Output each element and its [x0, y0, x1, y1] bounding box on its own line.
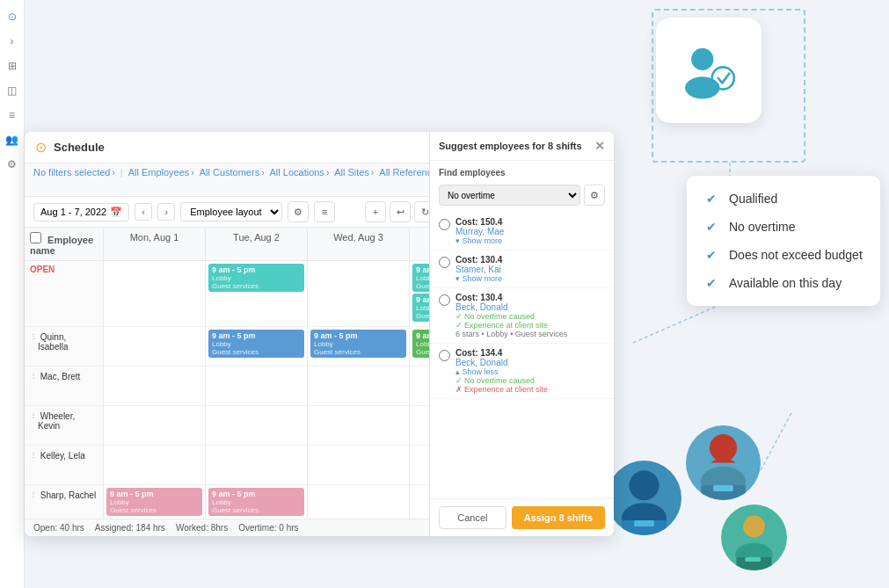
employee-cost-3: Cost: 130.4: [455, 293, 605, 302]
shift-block[interactable]: 9 am - 5 pm Lobby Guest services: [208, 330, 304, 358]
employee-tag-experience-3: ✓ Experience at client site: [455, 321, 605, 330]
shift-block[interactable]: 9 am - 5 pm Lobby Guest services: [208, 264, 304, 292]
cell-wheeler-wed[interactable]: [308, 406, 410, 445]
svg-rect-17: [746, 557, 761, 562]
svg-point-10: [710, 434, 737, 461]
employee-name-3[interactable]: Beck, Donald: [455, 302, 605, 312]
employee-name-4[interactable]: Beck, Donald: [455, 358, 605, 367]
employee-tag-experience-bad-4: ✗ Experience at client site: [455, 385, 605, 394]
layout-select[interactable]: Employee layout: [180, 202, 282, 221]
check-icon-available: ✔: [703, 274, 720, 292]
cell-sharp-mon[interactable]: 9 am - 5 pm Lobby Guest services: [104, 485, 206, 519]
employee-info-2: Cost: 130.4 Stamer, Kai ▾ Show more: [455, 255, 605, 283]
prev-week-button[interactable]: ‹: [135, 203, 152, 221]
cell-quinn-tue[interactable]: 9 am - 5 pm Lobby Guest services: [206, 327, 308, 366]
row-label-kelley: ⋮ Kelley, Lela: [25, 446, 104, 484]
three-dots[interactable]: ⋮: [30, 372, 38, 380]
three-dots[interactable]: ⋮: [30, 490, 38, 498]
status-assigned: Assigned: 184 hrs: [95, 523, 165, 533]
filter-all-locations[interactable]: All Locations: [270, 167, 330, 178]
show-less-4[interactable]: ▴ Show less: [455, 367, 605, 376]
filter-no-filters[interactable]: No filters selected: [33, 167, 115, 178]
cell-mac-tue[interactable]: [206, 367, 308, 405]
cell-kelley-wed[interactable]: [308, 446, 410, 484]
check-icon-qualified: ✔: [703, 190, 720, 207]
three-dots[interactable]: ⋮: [30, 451, 38, 459]
nav-icon-calendar[interactable]: ◫: [3, 81, 22, 100]
cell-mac-wed[interactable]: [308, 367, 410, 405]
cancel-button[interactable]: Cancel: [439, 506, 506, 529]
cell-kelley-tue[interactable]: [206, 446, 308, 484]
assign-button[interactable]: Assign 8 shifts: [512, 506, 605, 529]
date-range-display: Aug 1 - 7, 2022 📅: [33, 203, 129, 221]
row-label-quinn: ⋮ Quinn, Isabella: [25, 327, 104, 366]
next-week-button[interactable]: ›: [157, 203, 175, 221]
calendar-icon[interactable]: 📅: [110, 207, 122, 218]
row-label-mac: ⋮ Mac, Brett: [25, 367, 104, 405]
nav-icon-home[interactable]: ⊙: [3, 7, 22, 26]
cell-wheeler-tue[interactable]: [206, 406, 308, 445]
filter-all-sites[interactable]: All Sites: [334, 167, 374, 178]
shift-block[interactable]: 9 am - 5 pm Lobby Guest services: [106, 488, 202, 516]
status-worked: Worked: 8hrs: [176, 523, 228, 533]
cell-quinn-mon[interactable]: [104, 327, 206, 366]
cell-sharp-wed[interactable]: [308, 485, 410, 519]
status-overtime: Overtime: 0 hrs: [238, 523, 298, 533]
header-employee-name: Employee name: [25, 228, 104, 260]
nav-icon-settings[interactable]: ⚙: [3, 155, 22, 174]
employee-suggestions-list: Cost: 150.4 Murray, Mae ▾ Show more Cost…: [430, 209, 614, 498]
check-icon-budget: ✔: [703, 246, 720, 264]
list-item: Cost: 134.4 Beck, Donald ▴ Show less ✓ N…: [430, 344, 614, 399]
svg-line-5: [761, 413, 791, 470]
employee-radio-2[interactable]: [439, 257, 450, 268]
employee-tag-no-overtime-4: ✓ No overtime caused: [455, 376, 605, 385]
settings-button[interactable]: ⚙: [288, 201, 309, 222]
cell-wheeler-mon[interactable]: [104, 406, 206, 445]
list-item: Cost: 130.4 Beck, Donald ✓ No overtime c…: [430, 288, 614, 344]
shift-block[interactable]: 9 am - 5 pm Lobby Guest services: [310, 330, 406, 358]
header-wed: Wed, Aug 3: [308, 228, 410, 260]
status-open: Open: 40 hrs: [33, 523, 84, 533]
cell-open-tue[interactable]: 9 am - 5 pm Lobby Guest services: [206, 261, 308, 326]
nav-icon-list[interactable]: ≡: [3, 105, 22, 125]
suggest-panel-close-button[interactable]: ✕: [594, 139, 605, 153]
employee-radio-4[interactable]: [439, 350, 450, 361]
svg-point-6: [630, 470, 659, 500]
cell-quinn-wed[interactable]: 9 am - 5 pm Lobby Guest services: [308, 327, 410, 366]
shift-block[interactable]: 9 am - 5 pm Lobby Guest services: [208, 488, 304, 516]
employee-name-1[interactable]: Murray, Mae: [455, 227, 605, 236]
employee-radio-3[interactable]: [439, 294, 450, 306]
select-all-checkbox[interactable]: [30, 232, 41, 243]
cell-kelley-mon[interactable]: [104, 446, 206, 484]
list-item: Cost: 150.4 Murray, Mae ▾ Show more: [430, 213, 614, 250]
three-dots[interactable]: ⋮: [30, 332, 38, 340]
suggest-panel-footer: Cancel Assign 8 shifts: [430, 498, 614, 536]
undo-button[interactable]: ↩: [390, 201, 411, 222]
employee-radio-1[interactable]: [439, 219, 450, 230]
list-item: Cost: 130.4 Stamer, Kai ▾ Show more: [430, 250, 614, 288]
overtime-filter-select[interactable]: No overtime: [439, 185, 580, 206]
show-more-2[interactable]: ▾ Show more: [455, 274, 605, 283]
cell-mac-mon[interactable]: [104, 367, 206, 405]
filter-all-employees[interactable]: All Employees: [128, 167, 194, 178]
filter-sep-1: |: [120, 167, 123, 178]
filter-settings-button[interactable]: ⚙: [584, 185, 605, 206]
employee-cost-4: Cost: 134.4: [455, 348, 605, 358]
list-view-button[interactable]: ≡: [314, 201, 335, 222]
nav-icon-grid[interactable]: ⊞: [3, 56, 22, 76]
employee-name-2[interactable]: Stamer, Kai: [455, 265, 605, 274]
avatar-employee-1: [607, 461, 681, 535]
show-more-1[interactable]: ▾ Show more: [455, 236, 605, 245]
scheduler-window: ⊙ Schedule 5 11 ≡ ⚙ No filters selected …: [25, 132, 614, 536]
cell-sharp-tue[interactable]: 9 am - 5 pm Lobby Guest services: [206, 485, 308, 519]
row-label-open: OPEN: [25, 261, 104, 326]
nav-icon-users[interactable]: 👥: [3, 130, 22, 149]
suggest-employees-panel: Suggest employees for 8 shifts ✕ Find em…: [429, 132, 614, 536]
nav-icon-expand[interactable]: ›: [3, 32, 22, 51]
check-budget: ✔ Does not exceed budget: [703, 246, 864, 264]
cell-open-wed[interactable]: [308, 261, 410, 326]
add-button[interactable]: +: [365, 201, 386, 222]
filter-all-customers[interactable]: All Customers: [200, 167, 265, 178]
three-dots[interactable]: ⋮: [30, 411, 38, 419]
cell-open-mon[interactable]: [104, 261, 206, 326]
